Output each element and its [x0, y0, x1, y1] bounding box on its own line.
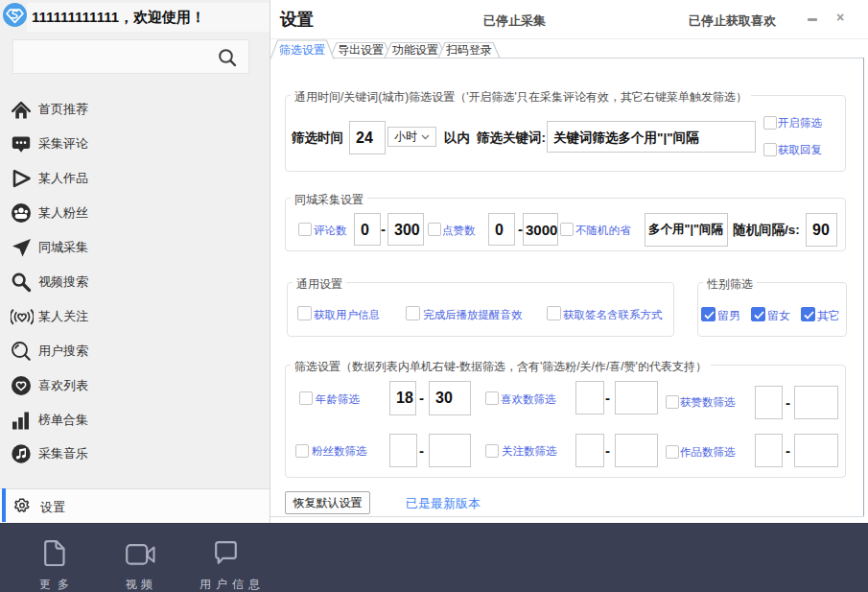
svg-text:导出设置: 导出设置	[338, 43, 384, 57]
svg-text:扫码登录: 扫码登录	[446, 43, 492, 57]
svg-text:功能设置: 功能设置	[391, 43, 438, 57]
svg-text:筛选设置: 筛选设置	[279, 43, 325, 57]
